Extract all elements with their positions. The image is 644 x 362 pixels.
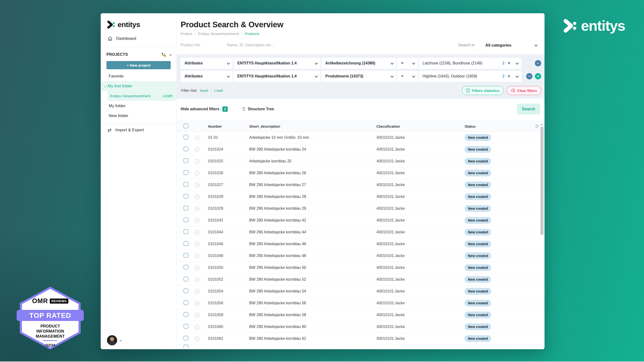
scroll-up-icon[interactable] [541,122,542,126]
sidebar-item-entitys-gesamtsortiment[interactable]: Entitys Gesamtsortiment 14385 [108,91,176,101]
table-row[interactable]: 01-01 Arbeitsjacke 10 mm Größe: 10 mm 40… [177,132,544,144]
column-header-status[interactable]: Status [464,124,528,128]
add-filter-row-button[interactable]: + [535,73,541,79]
attribute-select[interactable]: Artikelbezeichnung (14380) [322,58,396,69]
drag-handle-icon[interactable] [194,254,200,259]
table-row[interactable]: 0101027 BW 290 Arbeitsjacke kornblau 27 … [177,179,544,191]
sidebar-item-import-export[interactable]: ⇄ Import & Export [101,124,176,136]
filter-value-select[interactable]: Latzhose (2158), Bundhose (2149) 2 ✕ [419,58,521,69]
filter-value-select[interactable]: Highline (1643), Outdoor (1658) 2 ✕ [419,71,521,82]
clear-filters-button[interactable]: Clear filters [507,86,541,95]
row-checkbox[interactable] [184,241,188,246]
category-select[interactable]: All categories [480,40,540,50]
drag-handle-icon[interactable] [194,195,200,199]
filter-set-load-link[interactable]: Load [214,88,223,93]
row-checkbox[interactable] [184,146,188,151]
row-checkbox[interactable] [184,170,188,175]
breadcrumb-products[interactable]: Products [245,32,260,36]
remove-filter-row-button[interactable]: – [526,73,532,79]
avatar[interactable] [107,335,117,345]
refresh-icon[interactable]: ↻ [161,52,165,57]
drag-handle-icon[interactable] [194,159,200,164]
sidebar-item-favorite[interactable]: Favorite [101,71,176,81]
product-no-input[interactable] [180,40,222,50]
filter-type-select[interactable]: Attributes [180,58,232,69]
filter-set-save-link[interactable]: Save [200,88,208,93]
table-row[interactable]: 0101029 BW 290 Arbeitsjacke kornblau 29 … [177,203,544,215]
row-checkbox[interactable] [184,229,188,234]
filters-statistics-button[interactable]: Filters statistics [462,86,504,95]
table-row[interactable]: 0101048 BW 290 Arbeitsjacke kornblau 48 … [177,250,544,262]
remove-filter-row-button[interactable]: – [535,60,541,66]
operator-select[interactable]: = [397,71,418,82]
drag-handle-icon[interactable] [194,337,200,341]
row-checkbox[interactable] [184,288,188,293]
drag-handle-icon[interactable] [194,242,200,247]
structure-tree-button[interactable]: Structure Tree [241,107,274,111]
clear-value-icon[interactable]: ✕ [507,74,510,78]
breadcrumb-gesamtsortiment[interactable]: Entitys Gesamtsortiment [198,32,239,36]
drag-handle-icon[interactable] [194,171,200,176]
drag-handle-icon[interactable] [194,313,200,318]
column-settings-gear-icon[interactable]: ⚙ [528,123,539,129]
drag-handle-icon[interactable] [194,147,200,152]
table-row[interactable]: 0101046 BW 290 Arbeitsjacke kornblau 46 … [177,238,544,250]
select-all-checkbox[interactable] [184,124,188,128]
drag-handle-icon[interactable] [194,277,200,282]
table-row[interactable]: 0101056 BW 290 Arbeitsjacke kornblau 56 … [177,297,544,309]
row-checkbox[interactable] [184,336,188,341]
row-checkbox[interactable] [184,253,188,258]
column-header-classification[interactable]: Classification [376,124,464,128]
column-header-description[interactable]: Short_description [249,124,376,128]
sidebar-item-my-first-folder[interactable]: My first folder [101,81,176,91]
table-row[interactable]: 0101050 BW 290 Arbeitsjacke kornblau 50 … [177,262,544,274]
table-row[interactable]: 0101025 Arbeitsjacke kornblau 25 4001010… [177,155,544,167]
table-row[interactable]: 0101026 BW 290 Arbeitsjacke kornblau 26 … [177,167,544,179]
row-checkbox[interactable] [184,277,188,281]
scrollbar-thumb[interactable] [540,126,544,235]
drag-handle-icon[interactable] [194,206,200,211]
vertical-scrollbar[interactable] [540,121,544,349]
table-row[interactable]: 0101052 BW 290 Arbeitsjacke kornblau 52 … [177,274,544,286]
sidebar-item-my-folder[interactable]: My folder [101,101,176,111]
row-checkbox[interactable] [184,324,188,329]
drag-handle-icon[interactable] [194,135,200,140]
table-row[interactable]: 0101058 BW 290 Arbeitsjacke kornblau 58 … [177,309,544,321]
breadcrumb-project[interactable]: Project [180,32,192,36]
classification-set-select[interactable]: ENTITYS Hauptklassifikation 1.4 [234,58,320,69]
attribute-select[interactable]: Produktserie (14373) [322,71,396,82]
table-row[interactable]: 0101060 BW 290 Arbeitsjacke kornblau 60 … [177,321,544,333]
new-project-button[interactable]: + New project [106,61,171,69]
classification-set-select[interactable]: ENTITYS Hauptklassifikation 1.4 [234,71,320,82]
table-row[interactable]: 0101054 BW 290 Arbeitsjacke kornblau 54 … [177,286,544,297]
name-search-input[interactable] [222,40,456,50]
row-checkbox[interactable] [184,182,188,187]
drag-handle-icon[interactable] [194,266,200,270]
sidebar-item-new-folder[interactable]: New folder [101,111,176,121]
hide-advanced-filters-toggle[interactable]: Hide advanced filters [180,107,220,111]
drag-handle-icon[interactable] [194,325,200,330]
table-row[interactable]: 0101028 BW 290 Arbeitsjacke kornblau 28 … [177,191,544,203]
table-row[interactable]: 0101024 BW 290 Arbeitsjacke kornblau 24 … [177,144,544,155]
table-row[interactable]: 0101062 BW 290 Arbeitsjacke kornblau 62 … [177,333,544,345]
drag-handle-icon[interactable] [194,301,200,306]
row-checkbox[interactable] [184,206,188,210]
table-row[interactable]: 0101044 BW 290 Arbeitsjacke kornblau 44 … [177,226,544,238]
chevron-down-icon[interactable] [170,52,171,57]
row-checkbox[interactable] [184,217,188,222]
drag-handle-icon[interactable] [194,218,200,223]
filter-type-select[interactable]: Attributes [180,71,232,82]
search-button[interactable]: Search [517,103,540,114]
clear-value-icon[interactable]: ✕ [507,61,510,65]
row-checkbox[interactable] [184,345,188,348]
row-checkbox[interactable] [184,265,188,270]
table-row[interactable]: 0101042 BW 290 Arbeitsjacke kornblau 42 … [177,215,544,226]
row-checkbox[interactable] [184,300,188,305]
operator-select[interactable]: = [397,58,418,69]
sidebar-item-dashboard[interactable]: Dashboard [101,33,176,44]
row-checkbox[interactable] [184,135,188,139]
row-checkbox[interactable] [184,158,188,163]
row-checkbox[interactable] [184,194,188,199]
drag-handle-icon[interactable] [194,230,200,235]
user-menu[interactable] [107,335,121,345]
